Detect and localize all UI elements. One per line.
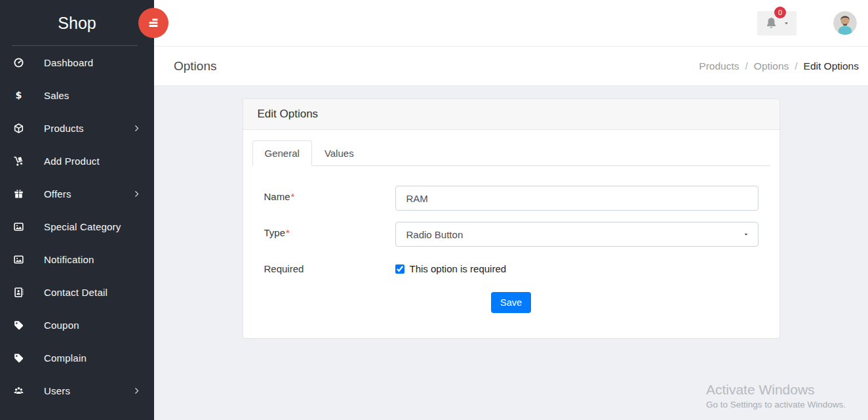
tag-icon xyxy=(13,352,24,364)
required-checkbox[interactable] xyxy=(395,264,404,274)
name-row: Name* xyxy=(264,186,759,211)
address-book-icon xyxy=(13,287,24,298)
required-label: Required xyxy=(264,258,395,274)
bell-icon xyxy=(764,16,778,30)
sidebar-item-label: Special Category xyxy=(44,221,121,232)
list-icon xyxy=(146,16,161,30)
sidebar-item-notification[interactable]: Notification xyxy=(0,243,154,276)
type-label: Type* xyxy=(264,222,395,238)
sidebar-item-label: Products xyxy=(44,123,84,134)
sidebar-item-coupon[interactable]: Coupon xyxy=(0,308,154,341)
dollar-icon xyxy=(13,90,24,101)
sidebar-nav: Dashboard Sales Products Add xyxy=(0,46,154,407)
name-input[interactable] xyxy=(395,186,759,211)
sidebar-item-label: Add Product xyxy=(44,156,100,167)
sidebar-item-users[interactable]: Users xyxy=(0,374,154,407)
content-area: Edit Options General Values Name* xyxy=(154,86,868,420)
sidebar-item-special-category[interactable]: Special Category xyxy=(0,210,154,243)
sidebar-item-label: Users xyxy=(44,385,70,396)
page-title: Options xyxy=(174,59,216,74)
sidebar-item-offers[interactable]: Offers xyxy=(0,177,154,210)
gift-icon xyxy=(13,188,24,200)
image-icon xyxy=(13,254,24,265)
sidebar-item-dashboard[interactable]: Dashboard xyxy=(0,46,154,79)
breadcrumb-item-options[interactable]: Options xyxy=(740,60,789,72)
sidebar-item-add-product[interactable]: Add Product xyxy=(0,144,154,177)
edit-options-card: Edit Options General Values Name* xyxy=(243,98,780,339)
sidebar: Shop Dashboard Sales Products xyxy=(0,0,154,420)
page-header: Options Products Options Edit Options xyxy=(154,47,868,86)
breadcrumb: Products Options Edit Options xyxy=(699,60,859,72)
save-row: Save xyxy=(264,292,759,313)
caret-down-icon xyxy=(743,231,749,238)
card-title: Edit Options xyxy=(243,99,779,130)
type-row: Type* Radio Button xyxy=(264,222,759,247)
sidebar-item-contact-detail[interactable]: Contact Detail xyxy=(0,276,154,308)
sidebar-item-label: Notification xyxy=(44,254,94,265)
breadcrumb-item-products[interactable]: Products xyxy=(699,60,739,72)
top-header: 0 xyxy=(154,0,868,47)
caret-down-icon xyxy=(783,20,790,27)
notifications-button[interactable]: 0 xyxy=(757,11,797,35)
sidebar-item-sales[interactable]: Sales xyxy=(0,79,154,112)
sidebar-item-complain[interactable]: Complain xyxy=(0,341,154,374)
main-area: 0 Options xyxy=(154,0,868,420)
chevron-right-icon xyxy=(132,190,141,198)
type-select[interactable]: Radio Button xyxy=(395,222,759,247)
activate-windows-watermark: Activate Windows Go to Settings to activ… xyxy=(706,382,846,410)
user-avatar[interactable] xyxy=(833,11,857,35)
required-row: Required This option is required xyxy=(264,258,759,274)
edit-option-form: Name* Type* Rad xyxy=(252,186,770,313)
tab-bar: General Values xyxy=(252,140,770,166)
save-button[interactable]: Save xyxy=(491,292,531,313)
sidebar-item-label: Complain xyxy=(44,352,87,364)
dashboard-icon xyxy=(13,57,24,68)
sidebar-item-label: Sales xyxy=(44,90,69,101)
cube-icon xyxy=(13,123,24,134)
app-window: Shop Dashboard Sales Products xyxy=(0,0,868,420)
avatar-image xyxy=(833,11,857,35)
type-select-value: Radio Button xyxy=(406,229,464,240)
chevron-right-icon xyxy=(132,387,141,395)
sidebar-item-label: Dashboard xyxy=(44,57,93,68)
required-asterisk: * xyxy=(286,227,290,238)
sidebar-item-products[interactable]: Products xyxy=(0,112,154,144)
image-icon xyxy=(13,221,24,232)
sidebar-item-label: Offers xyxy=(44,188,71,200)
card-body: General Values Name* xyxy=(243,130,779,338)
tag-icon xyxy=(13,320,24,331)
sidebar-item-label: Contact Detail xyxy=(44,287,108,298)
chevron-right-icon xyxy=(132,124,141,133)
sidebar-toggle-button[interactable] xyxy=(138,8,168,38)
sidebar-item-label: Coupon xyxy=(44,320,79,331)
watermark-title: Activate Windows xyxy=(706,382,846,398)
users-icon xyxy=(13,385,24,396)
required-asterisk: * xyxy=(291,191,295,202)
breadcrumb-item-edit-options[interactable]: Edit Options xyxy=(789,60,859,72)
watermark-subtitle: Go to Settings to activate Windows. xyxy=(706,400,846,410)
brand-title: Shop xyxy=(0,0,154,46)
dolly-icon xyxy=(13,156,24,167)
tab-general[interactable]: General xyxy=(252,140,312,166)
required-checkbox-label: This option is required xyxy=(410,263,507,274)
name-label: Name* xyxy=(264,186,395,202)
notification-count-badge: 0 xyxy=(774,7,786,18)
tab-values[interactable]: Values xyxy=(312,140,366,166)
